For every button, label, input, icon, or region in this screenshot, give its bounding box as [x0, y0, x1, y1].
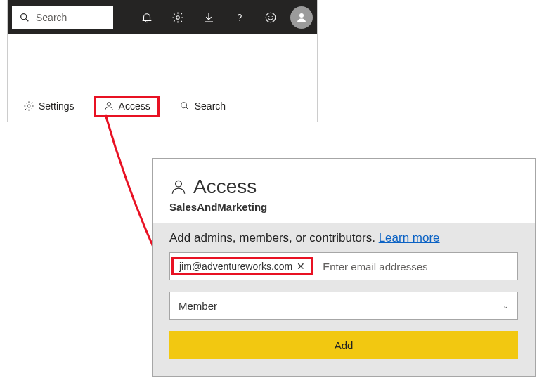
svg-point-6 — [272, 15, 273, 16]
download-button[interactable] — [195, 4, 223, 32]
feedback-button[interactable] — [257, 4, 285, 32]
email-placeholder: Enter email addresses — [314, 261, 517, 273]
access-title-row: Access — [169, 176, 518, 198]
search-icon — [19, 12, 30, 23]
global-search[interactable]: Search — [12, 6, 113, 29]
access-title: Access — [193, 176, 257, 198]
menu-access-label: Access — [119, 100, 150, 112]
access-panel: Access SalesAndMarketing Add admins, mem… — [152, 158, 536, 377]
menu-search[interactable]: Search — [172, 98, 233, 115]
svg-point-8 — [27, 105, 30, 107]
search-icon — [179, 100, 190, 112]
download-icon — [202, 11, 215, 24]
gear-icon — [171, 11, 184, 24]
svg-point-12 — [176, 181, 182, 187]
top-panel: Search Settings Access — [7, 0, 318, 122]
menu-access[interactable]: Access — [94, 96, 160, 117]
question-icon — [233, 11, 246, 24]
menu-settings-label: Settings — [39, 100, 75, 112]
email-chip[interactable]: jim@adventureworks.com ✕ — [171, 257, 313, 275]
settings-button[interactable] — [164, 4, 192, 32]
add-button[interactable]: Add — [169, 331, 518, 359]
add-button-label: Add — [335, 339, 354, 351]
bell-icon — [141, 11, 153, 24]
email-input-row[interactable]: jim@adventureworks.com ✕ Enter email add… — [169, 252, 518, 280]
person-icon — [169, 178, 188, 196]
remove-chip-button[interactable]: ✕ — [297, 261, 305, 272]
svg-point-10 — [181, 103, 186, 108]
gear-icon — [23, 100, 34, 112]
svg-point-2 — [176, 15, 180, 19]
person-icon — [295, 11, 308, 24]
svg-point-3 — [239, 20, 240, 20]
svg-point-5 — [268, 15, 269, 16]
notifications-button[interactable] — [133, 4, 161, 32]
profile-button[interactable] — [290, 6, 313, 29]
role-selected-label: Member — [179, 300, 217, 312]
svg-line-1 — [26, 19, 28, 21]
svg-line-11 — [186, 107, 188, 110]
role-select[interactable]: Member ⌄ — [169, 292, 518, 320]
smile-icon — [264, 11, 277, 24]
help-button[interactable] — [226, 4, 254, 32]
person-icon — [103, 100, 115, 112]
svg-point-9 — [107, 103, 110, 106]
menu-search-label: Search — [195, 100, 226, 112]
access-body: Add admins, members, or contributors. Le… — [153, 223, 535, 376]
email-chip-text: jim@adventureworks.com — [179, 261, 292, 272]
chevron-down-icon: ⌄ — [503, 301, 509, 311]
svg-point-4 — [266, 13, 276, 22]
svg-point-0 — [21, 13, 27, 19]
access-prompt: Add admins, members, or contributors. Le… — [169, 231, 518, 245]
app-header: Search — [8, 0, 317, 34]
workspace-menu: Settings Access Search — [8, 91, 317, 122]
search-placeholder: Search — [36, 12, 67, 23]
workspace-name: SalesAndMarketing — [169, 201, 518, 213]
access-prompt-text: Add admins, members, or contributors. — [169, 231, 375, 244]
svg-point-7 — [299, 13, 304, 18]
access-header: Access SalesAndMarketing — [153, 159, 535, 223]
spacer — [8, 34, 317, 91]
menu-settings[interactable]: Settings — [16, 98, 82, 115]
learn-more-link[interactable]: Learn more — [379, 231, 440, 244]
